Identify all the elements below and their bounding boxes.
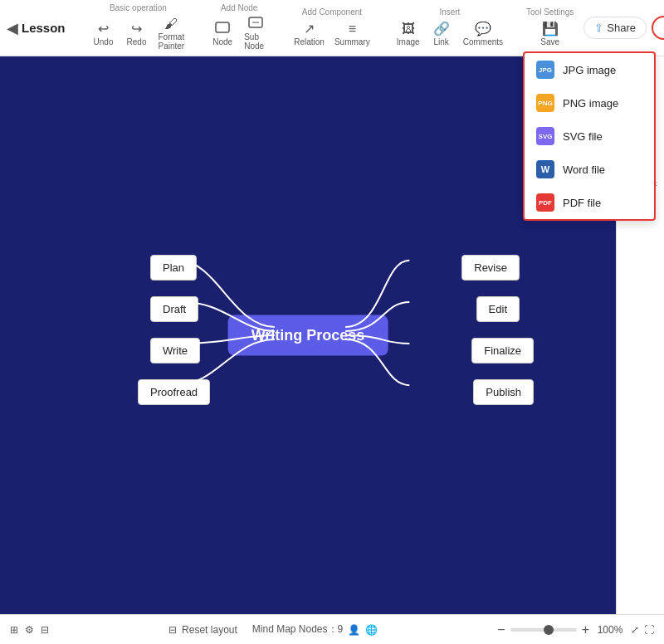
export-button[interactable]: ⬡ Export [652, 16, 664, 40]
export-pdf[interactable]: PDF PDF file [525, 186, 654, 219]
add-node-items: Node Sub Node [208, 15, 271, 52]
image-icon: 🖼 [402, 22, 415, 37]
nodes-info: Mind Map Nodes：9 [252, 622, 343, 637]
export-png-label: PNG image [563, 97, 618, 110]
node-button[interactable]: Node [208, 20, 237, 48]
export-svg-label: SVG file [563, 130, 603, 143]
insert-label: Insert [439, 7, 460, 17]
bottom-right: − + 100% ⤢ ⛶ [497, 622, 654, 637]
pdf-icon: PDF [536, 193, 554, 212]
comments-button[interactable]: 💬 Comments [460, 19, 506, 48]
bottom-left: ⊞ ⚙ ⊟ [10, 624, 49, 636]
back-button[interactable]: ◀ [7, 17, 18, 40]
export-svg[interactable]: SVG SVG file [525, 120, 654, 153]
fit-icon[interactable]: ⤢ [631, 624, 639, 636]
undo-button[interactable]: ↩ Undo [89, 19, 119, 48]
insert-items: 🖼 Image 🔗 Link 💬 Comments [393, 19, 506, 48]
save-label: Save [540, 37, 559, 46]
link-label: Link [434, 37, 449, 46]
person-icon: 👤 [348, 624, 360, 636]
layout-icon[interactable]: ⊟ [41, 624, 49, 636]
basic-operation-group: Basic operation ↩ Undo ↪ Redo 🖌 Format P… [89, 3, 188, 52]
lesson-title: Lesson [22, 21, 66, 35]
zoom-slider[interactable] [510, 628, 577, 632]
share-icon: ⇧ [594, 22, 603, 34]
relation-button[interactable]: ↗ Relation [290, 19, 328, 48]
share-label: Share [607, 22, 636, 34]
save-icon: 💾 [542, 21, 559, 37]
add-component-items: ↗ Relation ≡ Summary [290, 19, 374, 48]
undo-label: Undo [94, 37, 114, 46]
zoom-value: 100% [594, 624, 626, 636]
save-button[interactable]: 💾 Save [535, 19, 565, 48]
format-painter-button[interactable]: 🖌 Format Painter [155, 15, 188, 52]
link-button[interactable]: 🔗 Link [427, 19, 456, 48]
export-word[interactable]: W Word file [525, 153, 654, 186]
fullscreen-icon[interactable]: ⛶ [644, 624, 654, 636]
add-component-label: Add Component [302, 7, 362, 17]
globe-icon: 🌐 [365, 624, 378, 636]
summary-label: Summary [334, 37, 370, 46]
basic-operation-label: Basic operation [110, 3, 167, 12]
insert-group: Insert 🖼 Image 🔗 Link 💬 Comments [393, 7, 506, 48]
format-painter-label: Format Painter [159, 32, 185, 51]
node-label: Node [212, 37, 232, 46]
toolbar: ◀ Lesson Basic operation ↩ Undo ↪ Redo 🖌… [0, 0, 664, 56]
sub-node-button[interactable]: Sub Node [241, 15, 271, 52]
sub-node-icon [248, 17, 263, 32]
word-icon: W [536, 160, 554, 178]
zoom-minus-button[interactable]: − [497, 622, 505, 637]
summary-icon: ≡ [349, 22, 356, 37]
redo-button[interactable]: ↪ Redo [122, 19, 152, 48]
jpg-icon: JPG [536, 61, 554, 79]
add-component-group: Add Component ↗ Relation ≡ Summary [290, 7, 374, 48]
format-painter-icon: 🖌 [164, 17, 178, 32]
summary-button[interactable]: ≡ Summary [331, 20, 374, 48]
bottom-bar: ⊞ ⚙ ⊟ ⊟ Reset layout Mind Map Nodes：9 👤 … [0, 614, 664, 644]
share-button[interactable]: ⇧ Share [583, 17, 647, 39]
bottom-center: ⊟ Reset layout Mind Map Nodes：9 👤 🌐 [59, 622, 487, 637]
grid-icon[interactable]: ⊞ [10, 624, 18, 636]
zoom-plus-button[interactable]: + [582, 622, 589, 637]
tool-settings-group: Tool Settings 💾 Save [526, 7, 574, 48]
export-dropdown: JPG JPG image PNG PNG image SVG SVG file… [523, 51, 656, 221]
image-label: Image [397, 37, 420, 46]
svg-icon: SVG [536, 127, 554, 145]
reset-layout-icon: ⊟ [168, 624, 177, 636]
image-button[interactable]: 🖼 Image [393, 20, 423, 48]
relation-icon: ↗ [304, 21, 315, 37]
comments-label: Comments [463, 37, 503, 46]
comments-icon: 💬 [475, 21, 491, 37]
add-node-label: Add Node [221, 3, 257, 12]
undo-icon: ↩ [98, 21, 109, 37]
basic-operation-items: ↩ Undo ↪ Redo 🖌 Format Painter [89, 15, 188, 52]
relation-label: Relation [294, 37, 325, 46]
settings-icon[interactable]: ⚙ [25, 624, 34, 636]
export-word-label: Word file [563, 163, 605, 176]
link-icon: 🔗 [433, 21, 450, 37]
tool-settings-items: 💾 Save [535, 19, 565, 48]
svg-rect-0 [216, 22, 229, 32]
export-jpg-label: JPG image [563, 64, 616, 76]
export-png[interactable]: PNG PNG image [525, 86, 654, 120]
add-node-group: Add Node Node Sub Node [208, 3, 271, 52]
redo-label: Redo [127, 37, 147, 46]
reset-layout-label[interactable]: Reset layout [182, 624, 237, 636]
toolbar-right: ⇧ Share ⬡ Export [583, 16, 664, 40]
export-jpg[interactable]: JPG JPG image [525, 53, 654, 86]
export-pdf-label: PDF file [563, 197, 601, 209]
zoom-thumb [544, 625, 554, 635]
redo-icon: ↪ [131, 21, 142, 37]
tool-settings-label: Tool Settings [526, 7, 574, 17]
png-icon: PNG [536, 94, 554, 112]
sub-node-label: Sub Node [244, 32, 267, 51]
node-icon [215, 22, 230, 37]
